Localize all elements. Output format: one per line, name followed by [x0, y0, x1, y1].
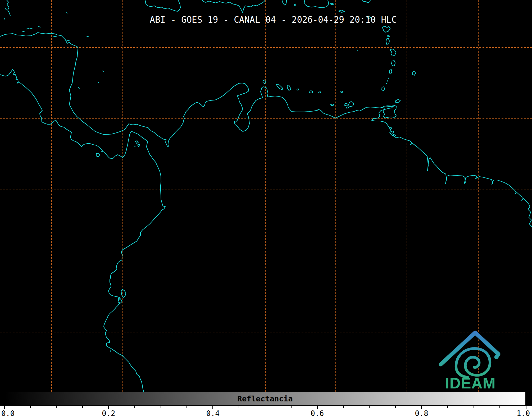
coastline-martinique	[390, 49, 396, 56]
coastline-tobago	[395, 99, 400, 103]
coastline-utila	[22, 31, 24, 32]
colorbar-minor-tick	[239, 406, 239, 408]
colorbar-minor-tick	[343, 406, 344, 408]
coastline-providencia	[103, 71, 103, 72]
coastline-swan-island	[66, 13, 67, 13]
coastline-san-andres	[98, 82, 99, 83]
image-title: ABI - GOES 19 - CANAL 04 - 2026-04-29 20…	[149, 15, 398, 25]
colorbar-minor-tick	[82, 406, 83, 408]
colorbar-minor-tick	[187, 406, 187, 408]
colorbar-tick-label: 0.6	[311, 409, 324, 417]
logo-text: IDEAM	[445, 374, 496, 392]
colorbar-tick-label: 0.0	[1, 409, 15, 417]
colorbar-axis: 0.00.20.40.60.81.0	[0, 406, 532, 417]
coastline-vieques	[330, 3, 334, 5]
coastline-grenadine-1	[388, 78, 389, 79]
graticule	[0, 0, 532, 392]
colorbar-minor-tick	[134, 406, 135, 408]
coastline-st-croix	[339, 10, 344, 12]
colorbar-tick-label: 0.4	[206, 409, 220, 417]
colorbar-minor-tick	[447, 406, 448, 408]
colorbar-minor-tick	[161, 406, 161, 408]
coastline-grenada	[382, 87, 385, 91]
colorbar-tick-label: 1.0	[517, 409, 530, 417]
coastline-puerto-rico	[304, 0, 329, 8]
coastline-marie-galante	[388, 35, 389, 37]
colorbar: Reflectancia	[4, 392, 526, 406]
coastline-honduras-caye-1	[53, 36, 57, 37]
coastline-orinoco-blob-1	[389, 127, 392, 130]
colorbar-minor-tick	[499, 406, 500, 408]
coastline-jamaica	[145, 0, 180, 11]
coastline-los-roques	[309, 91, 313, 93]
coastline-st-vincent	[389, 70, 392, 74]
coastline-peru-islet	[110, 350, 110, 351]
coastline-barbados	[412, 71, 416, 75]
coastline-pearl-islands-1	[135, 141, 138, 144]
coastline-coche	[346, 107, 349, 108]
coastline-margarita	[344, 102, 354, 107]
coastline-mona	[294, 4, 296, 6]
coastline-orinoco-blob-2	[392, 131, 394, 133]
coastline-las-aves	[297, 89, 299, 90]
coastline-honduras-caye-3	[87, 36, 89, 37]
coastline-trinidad	[383, 106, 396, 118]
coastline-coiba	[96, 153, 100, 157]
colorbar-minor-tick	[369, 406, 370, 408]
coastline-belize-caye-1	[5, 8, 6, 10]
coastline-guadeloupe	[382, 26, 390, 32]
coastline-aves-islet	[357, 50, 358, 51]
colorbar-tick-label: 0.2	[102, 409, 115, 417]
ideam-logo: IDEAM	[441, 333, 498, 392]
coastline-grenadine-3	[386, 83, 387, 84]
coastline-corn-islands	[79, 88, 79, 88]
colorbar-minor-tick	[56, 406, 57, 408]
coastline-honduras-caye-2	[67, 40, 69, 41]
coastline-dominica	[386, 38, 389, 44]
coastline-orchila	[319, 92, 321, 93]
colorbar-minor-tick	[30, 406, 31, 408]
coastline-blanquilla	[341, 91, 343, 93]
coastline-curacao	[276, 84, 283, 90]
coastline-roatan	[26, 28, 33, 29]
colorbar-tick-label: 0.8	[415, 409, 428, 417]
coastline-st-lucia	[392, 61, 395, 66]
colorbar-minor-tick	[291, 406, 292, 408]
colorbar-minor-tick	[265, 406, 265, 408]
colorbar-minor-tick	[474, 406, 474, 408]
satellite-product-image: IDEAM ABI - GOES 19 - CANAL 04 - 2026-04…	[0, 0, 532, 417]
coastline-hispaniola-east	[282, 0, 287, 5]
coastline-pearl-islands-2	[138, 144, 140, 146]
coastlines	[0, 0, 532, 392]
coastline-puna-island	[121, 289, 126, 297]
colorbar-minor-tick	[395, 406, 396, 408]
coastline-grenadine-2	[387, 81, 388, 82]
coastline-orinoco-blob-3	[393, 134, 395, 136]
coastline-belize-caye-2	[4, 18, 5, 20]
coastline-caribbean-mainland	[0, 33, 532, 227]
coastline-bonaire	[287, 85, 290, 90]
colorbar-label: Reflectancia	[237, 394, 293, 403]
coastline-belize-coast	[7, 0, 10, 16]
coastline-pacific-mainland	[0, 70, 165, 392]
coastline-pearl-islands-3	[134, 146, 135, 147]
logo-spiral-icon	[456, 349, 490, 377]
coastline-hispaniola-south	[202, 0, 265, 12]
map-canvas: IDEAM	[0, 0, 532, 417]
coastline-st-martin	[362, 0, 370, 3]
coastline-tortuga	[330, 104, 334, 106]
coastline-guanaja	[39, 26, 40, 27]
